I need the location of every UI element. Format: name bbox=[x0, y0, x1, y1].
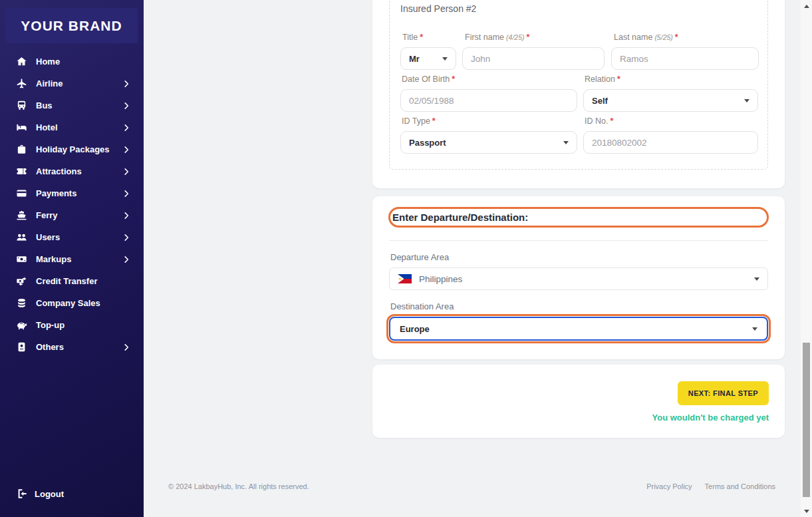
departure-area-select[interactable]: Philippines bbox=[389, 267, 768, 290]
sidebar-item-label: Home bbox=[36, 57, 60, 67]
chevron-right-icon bbox=[123, 190, 130, 197]
home-icon bbox=[15, 56, 28, 67]
insured-person-card: Insured Person #2 Title* First name(4/25… bbox=[372, 0, 785, 188]
sidebar-item-label: Users bbox=[36, 232, 60, 242]
sidebar: YOUR BRAND Home Airline Bus Hotel bbox=[0, 0, 144, 517]
dob-input[interactable] bbox=[400, 89, 577, 112]
ticket-icon bbox=[15, 166, 28, 177]
insured-person-title: Insured Person #2 bbox=[400, 3, 476, 14]
sidebar-item-ferry[interactable]: Ferry bbox=[0, 204, 144, 226]
logout-button[interactable]: Logout bbox=[15, 488, 64, 500]
sidebar-item-label: Top-up bbox=[36, 320, 65, 330]
terms-and-conditions-link[interactable]: Terms and Conditions bbox=[705, 482, 775, 490]
route-heading: Enter Departure/Destination: bbox=[390, 212, 528, 223]
piggy-bank-icon bbox=[15, 319, 28, 331]
banknote-icon bbox=[15, 254, 28, 265]
departure-area-label: Departure Area bbox=[390, 252, 449, 262]
sidebar-item-others[interactable]: Others bbox=[0, 336, 144, 358]
credit-card-icon bbox=[15, 188, 28, 199]
sidebar-item-bus[interactable]: Bus bbox=[0, 94, 144, 116]
destination-area-select[interactable]: Europe bbox=[389, 317, 768, 341]
chevron-right-icon bbox=[123, 168, 130, 175]
privacy-policy-link[interactable]: Privacy Policy bbox=[646, 482, 692, 490]
sidebar-menu: Home Airline Bus Hotel Holiday Packages bbox=[0, 51, 144, 358]
departure-area-value: Philippines bbox=[419, 274, 754, 284]
sidebar-item-label: Bus bbox=[36, 100, 53, 110]
chevron-right-icon bbox=[123, 234, 130, 241]
sidebar-item-attractions[interactable]: Attractions bbox=[0, 160, 144, 182]
id-type-select[interactable]: Passport bbox=[400, 131, 577, 154]
sidebar-item-payments[interactable]: Payments bbox=[0, 182, 144, 204]
sidebar-item-home[interactable]: Home bbox=[0, 51, 144, 73]
footer-copyright: © 2024 LakbayHub, Inc. All rights reserv… bbox=[168, 482, 309, 490]
sidebar-item-label: Company Sales bbox=[36, 298, 100, 308]
ferry-icon bbox=[15, 210, 28, 221]
footer-links: Privacy Policy Terms and Conditions bbox=[646, 482, 775, 490]
caret-down-icon bbox=[563, 141, 569, 144]
sidebar-item-label: Holiday Packages bbox=[36, 144, 110, 154]
last-name-label: Last name(5/25)* bbox=[614, 33, 678, 42]
sidebar-item-company-sales[interactable]: Company Sales bbox=[0, 292, 144, 314]
caret-down-icon bbox=[442, 57, 448, 61]
chevron-right-icon bbox=[123, 212, 130, 219]
chevron-right-icon bbox=[123, 124, 130, 131]
sidebar-item-users[interactable]: Users bbox=[0, 226, 144, 248]
next-final-step-button[interactable]: NEXT: FINAL STEP bbox=[678, 381, 769, 405]
users-icon bbox=[15, 232, 28, 243]
sidebar-item-label: Credit Transfer bbox=[36, 276, 97, 286]
page: YOUR BRAND Home Airline Bus Hotel bbox=[0, 0, 812, 517]
caret-down-icon bbox=[754, 277, 759, 281]
last-name-counter: (5/25) bbox=[654, 33, 672, 41]
scrollbar-thumb[interactable] bbox=[803, 343, 810, 497]
dob-label: Date Of Birth* bbox=[402, 75, 455, 84]
route-card: Enter Departure/Destination: Departure A… bbox=[372, 196, 785, 359]
sidebar-item-credit-transfer[interactable]: Credit Transfer bbox=[0, 270, 144, 292]
id-no-label: ID No.* bbox=[585, 116, 613, 126]
brand-logo: YOUR BRAND bbox=[5, 8, 138, 43]
bus-icon bbox=[15, 100, 28, 111]
sidebar-item-holiday-packages[interactable]: Holiday Packages bbox=[0, 138, 144, 160]
sidebar-item-label: Markups bbox=[36, 254, 71, 264]
charge-note: You wouldn't be charged yet bbox=[652, 413, 769, 423]
sidebar-item-top-up[interactable]: Top-up bbox=[0, 314, 144, 336]
sidebar-item-label: Hotel bbox=[36, 122, 58, 132]
id-no-input[interactable] bbox=[583, 131, 758, 154]
sidebar-item-label: Airline bbox=[36, 79, 63, 88]
scrollbar-down-arrow[interactable] bbox=[801, 506, 812, 516]
triangle-down-icon bbox=[804, 510, 809, 513]
divider bbox=[389, 240, 768, 241]
chevron-right-icon bbox=[123, 256, 130, 263]
actions-card: NEXT: FINAL STEP You wouldn't be charged… bbox=[372, 365, 785, 438]
sidebar-item-label: Others bbox=[36, 342, 64, 352]
insured-person-fieldset: Insured Person #2 Title* First name(4/25… bbox=[389, 0, 768, 170]
chevron-right-icon bbox=[123, 80, 130, 87]
logout-icon bbox=[15, 488, 28, 500]
chevron-right-icon bbox=[123, 146, 130, 153]
sidebar-item-hotel[interactable]: Hotel bbox=[0, 116, 144, 138]
passport-icon bbox=[15, 341, 28, 353]
first-name-counter: (4/25) bbox=[506, 33, 524, 41]
plane-icon bbox=[15, 78, 28, 89]
sidebar-item-label: Attractions bbox=[36, 166, 82, 176]
last-name-input[interactable] bbox=[611, 47, 759, 70]
caret-down-icon bbox=[744, 99, 749, 102]
first-name-input[interactable] bbox=[462, 47, 605, 70]
destination-area-label: Destination Area bbox=[390, 301, 454, 311]
first-name-label: First name(4/25)* bbox=[465, 33, 529, 42]
hotel-bed-icon bbox=[15, 122, 28, 133]
sidebar-item-markups[interactable]: Markups bbox=[0, 248, 144, 270]
triangle-up-icon bbox=[804, 5, 809, 8]
title-label: Title* bbox=[402, 33, 423, 42]
caret-down-icon bbox=[752, 327, 757, 331]
relation-select[interactable]: Self bbox=[583, 89, 758, 112]
scrollbar-up-arrow[interactable] bbox=[801, 1, 812, 11]
scrollbar[interactable] bbox=[801, 0, 812, 517]
sidebar-item-airline[interactable]: Airline bbox=[0, 73, 144, 94]
chevron-right-icon bbox=[123, 102, 130, 109]
logout-label: Logout bbox=[35, 489, 64, 499]
chevron-right-icon bbox=[123, 343, 130, 351]
suitcase-icon bbox=[15, 144, 28, 155]
title-select[interactable]: Mr bbox=[400, 47, 456, 70]
id-type-label: ID Type* bbox=[402, 116, 436, 126]
sidebar-item-label: Payments bbox=[36, 188, 76, 198]
